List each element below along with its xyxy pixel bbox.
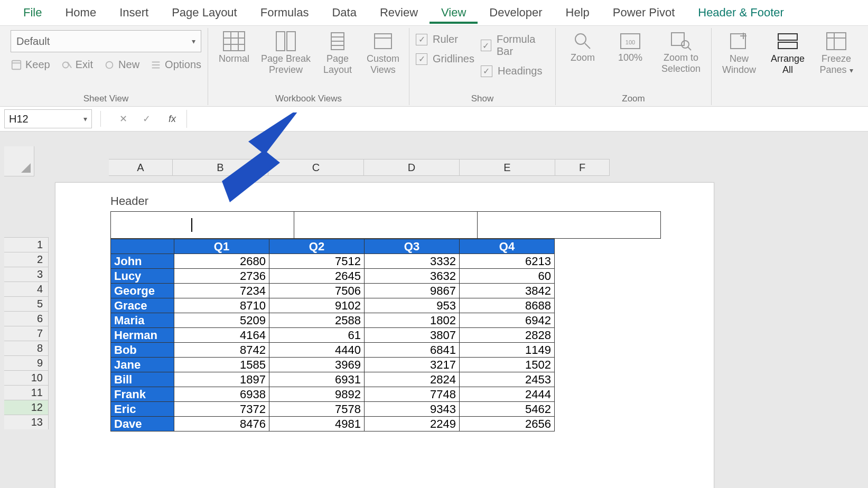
- data-cell[interactable]: 9892: [269, 387, 365, 402]
- keep-button[interactable]: Keep: [11, 59, 50, 71]
- table-row[interactable]: Herman41646138072828: [111, 328, 555, 343]
- row-header[interactable]: 8: [4, 341, 49, 355]
- new-button[interactable]: New: [104, 59, 139, 71]
- data-cell[interactable]: 1149: [460, 343, 555, 358]
- data-cell[interactable]: 3217: [365, 358, 460, 372]
- data-cell[interactable]: 7372: [174, 402, 269, 417]
- row-name-cell[interactable]: George: [111, 284, 174, 298]
- data-cell[interactable]: 2656: [460, 417, 555, 431]
- row-header[interactable]: 3: [4, 267, 49, 281]
- arrange-all-button[interactable]: Arrange All: [767, 30, 809, 75]
- column-header[interactable]: E: [460, 159, 555, 175]
- name-box[interactable]: H12 ▾: [4, 109, 92, 128]
- sheet-view-combo[interactable]: Default ▾: [11, 30, 201, 52]
- data-cell[interactable]: 2249: [365, 417, 460, 431]
- data-cell[interactable]: 7512: [269, 254, 365, 269]
- data-cell[interactable]: 8476: [174, 417, 269, 431]
- table-row[interactable]: George7234750698673842: [111, 284, 555, 298]
- exit-button[interactable]: Exit: [61, 59, 93, 71]
- row-header[interactable]: 4: [4, 281, 49, 296]
- row-name-cell[interactable]: Bob: [111, 343, 174, 358]
- row-header[interactable]: 6: [4, 311, 49, 326]
- data-cell[interactable]: 60: [460, 269, 555, 284]
- tab-data[interactable]: Data: [320, 2, 368, 24]
- row-header[interactable]: 5: [4, 296, 49, 311]
- row-header[interactable]: 2: [4, 252, 49, 267]
- data-cell[interactable]: 2824: [365, 372, 460, 387]
- freeze-panes-button[interactable]: * Freeze Panes ▾: [815, 30, 857, 75]
- row-name-cell[interactable]: Frank: [111, 387, 174, 402]
- data-cell[interactable]: 6841: [365, 343, 460, 358]
- zoom-100-button[interactable]: 100 100%: [610, 30, 651, 63]
- options-button[interactable]: Options: [150, 59, 201, 71]
- header-right-box[interactable]: [478, 211, 661, 239]
- data-cell[interactable]: 2444: [460, 387, 555, 402]
- tab-insert[interactable]: Insert: [108, 2, 160, 24]
- row-name-cell[interactable]: Grace: [111, 298, 174, 313]
- row-name-cell[interactable]: Bill: [111, 372, 174, 387]
- gridlines-checkbox[interactable]: Gridlines: [416, 53, 474, 65]
- cancel-formula-button[interactable]: ✕: [111, 110, 135, 128]
- header-left-box[interactable]: [110, 211, 294, 239]
- column-header[interactable]: F: [555, 159, 610, 175]
- tab-home[interactable]: Home: [53, 2, 108, 24]
- row-header[interactable]: 10: [4, 370, 49, 385]
- zoom-to-selection-button[interactable]: Zoom to Selection: [657, 30, 705, 74]
- data-cell[interactable]: 2828: [460, 328, 555, 343]
- row-name-cell[interactable]: Eric: [111, 402, 174, 417]
- data-cell[interactable]: 2680: [174, 254, 269, 269]
- data-cell[interactable]: 8742: [174, 343, 269, 358]
- data-cell[interactable]: 1585: [174, 358, 269, 372]
- row-header[interactable]: 13: [4, 415, 49, 429]
- zoom-button[interactable]: Zoom: [562, 30, 603, 63]
- table-header-cell[interactable]: [111, 239, 174, 254]
- table-row[interactable]: Jane1585396932171502: [111, 358, 555, 372]
- data-cell[interactable]: 953: [365, 298, 460, 313]
- data-cell[interactable]: 2736: [174, 269, 269, 284]
- column-header[interactable]: A: [109, 159, 173, 175]
- table-row[interactable]: Grace871091029538688: [111, 298, 555, 313]
- row-header[interactable]: 1: [4, 237, 49, 252]
- data-cell[interactable]: 2453: [460, 372, 555, 387]
- row-name-cell[interactable]: Lucy: [111, 269, 174, 284]
- data-cell[interactable]: 9102: [269, 298, 365, 313]
- data-cell[interactable]: 7578: [269, 402, 365, 417]
- data-cell[interactable]: 4164: [174, 328, 269, 343]
- data-cell[interactable]: 6942: [460, 313, 555, 328]
- data-cell[interactable]: 1897: [174, 372, 269, 387]
- data-cell[interactable]: 5209: [174, 313, 269, 328]
- data-cell[interactable]: 6213: [460, 254, 555, 269]
- column-header[interactable]: D: [364, 159, 460, 175]
- table-row[interactable]: Frank6938989277482444: [111, 387, 555, 402]
- formula-input[interactable]: [186, 110, 868, 128]
- column-header[interactable]: C: [268, 159, 364, 175]
- page-break-preview-button[interactable]: Page Break Preview: [260, 30, 312, 75]
- row-name-cell[interactable]: Maria: [111, 313, 174, 328]
- data-cell[interactable]: 1802: [365, 313, 460, 328]
- data-table[interactable]: Q1Q2Q3Q4John2680751233326213Lucy27362645…: [110, 239, 555, 431]
- tab-formulas[interactable]: Formulas: [249, 2, 321, 24]
- row-name-cell[interactable]: Herman: [111, 328, 174, 343]
- table-header-cell[interactable]: Q2: [269, 239, 365, 254]
- table-row[interactable]: Dave8476498122492656: [111, 417, 555, 431]
- row-name-cell[interactable]: John: [111, 254, 174, 269]
- data-cell[interactable]: 3632: [365, 269, 460, 284]
- data-cell[interactable]: 7748: [365, 387, 460, 402]
- row-name-cell[interactable]: Jane: [111, 358, 174, 372]
- row-header[interactable]: 12: [4, 400, 49, 415]
- formula-bar-checkbox[interactable]: Formula Bar: [481, 33, 549, 58]
- row-header[interactable]: 9: [4, 355, 49, 370]
- table-row[interactable]: Bill1897693128242453: [111, 372, 555, 387]
- data-cell[interactable]: 3969: [269, 358, 365, 372]
- data-cell[interactable]: 3332: [365, 254, 460, 269]
- new-window-button[interactable]: New Window: [718, 30, 760, 75]
- data-cell[interactable]: 2588: [269, 313, 365, 328]
- tab-file[interactable]: File: [12, 2, 53, 24]
- table-row[interactable]: John2680751233326213: [111, 254, 555, 269]
- custom-views-button[interactable]: Custom Views: [363, 30, 403, 75]
- data-cell[interactable]: 61: [269, 328, 365, 343]
- normal-view-button[interactable]: Normal: [214, 30, 254, 64]
- tab-help[interactable]: Help: [554, 2, 601, 24]
- tab-view[interactable]: View: [430, 2, 478, 24]
- header-center-box[interactable]: [294, 211, 478, 239]
